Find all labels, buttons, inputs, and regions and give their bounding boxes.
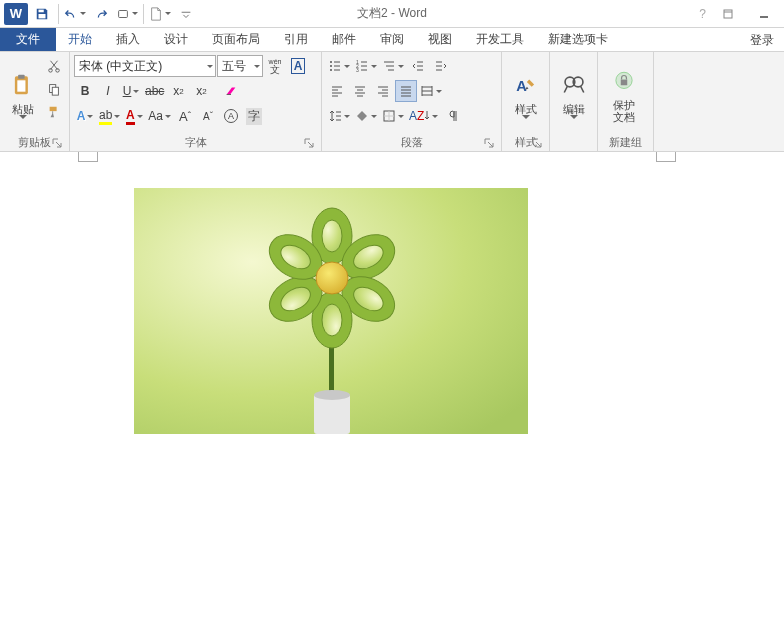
format-painter-button[interactable] — [43, 101, 65, 123]
font-color-button[interactable]: A — [123, 105, 145, 127]
underline-button[interactable]: U — [120, 80, 142, 102]
group-styles: A 样式 样式 — [502, 52, 550, 151]
change-case-button[interactable]: Aa — [146, 105, 173, 127]
svg-point-13 — [330, 65, 332, 67]
svg-rect-10 — [52, 87, 58, 95]
styles-button[interactable]: A 样式 — [506, 55, 545, 135]
show-marks-button[interactable] — [441, 105, 463, 127]
ribbon-display-button[interactable] — [714, 4, 742, 24]
char-shading-button[interactable]: 字 — [243, 105, 265, 127]
tab-home[interactable]: 开始 — [56, 28, 104, 51]
svg-point-35 — [322, 304, 342, 336]
tab-insert[interactable]: 插入 — [104, 28, 152, 51]
distributed-button[interactable] — [418, 80, 444, 102]
svg-rect-2 — [119, 10, 128, 17]
bold-button[interactable]: B — [74, 80, 96, 102]
svg-text:A: A — [516, 78, 527, 94]
subscript-button[interactable]: x2 — [167, 80, 189, 102]
svg-rect-6 — [17, 80, 25, 91]
shrink-font-button[interactable]: Aˇ — [197, 105, 219, 127]
svg-point-40 — [316, 262, 348, 294]
clipboard-dialog-launcher[interactable] — [51, 138, 63, 150]
group-font: 宋体 (中文正文) 五号 wén文 A B I U abc x2 x2 A — [70, 52, 322, 151]
decrease-indent-button[interactable] — [407, 55, 429, 77]
group-newgroup: 保护 文档 新建组 — [598, 52, 654, 151]
shading-button[interactable] — [353, 105, 379, 127]
tab-mailings[interactable]: 邮件 — [320, 28, 368, 51]
enclose-char-button[interactable]: A — [220, 105, 242, 127]
tab-file[interactable]: 文件 — [0, 28, 56, 51]
svg-point-14 — [330, 69, 332, 71]
protect-document-button[interactable]: 保护 文档 — [602, 55, 646, 135]
copy-button[interactable] — [43, 78, 65, 100]
grow-font-button[interactable]: Aˆ — [174, 105, 196, 127]
svg-text:3: 3 — [356, 67, 359, 73]
group-clipboard: 粘贴 剪贴板 — [0, 52, 70, 151]
tab-references[interactable]: 引用 — [272, 28, 320, 51]
ruler-right-marker — [656, 152, 676, 162]
editing-button[interactable]: 编辑 — [554, 55, 593, 135]
redo-button[interactable] — [89, 2, 113, 26]
italic-button[interactable]: I — [97, 80, 119, 102]
tab-layout[interactable]: 页面布局 — [200, 28, 272, 51]
text-effects-button[interactable]: A — [74, 105, 96, 127]
help-icon[interactable]: ? — [699, 7, 706, 21]
phonetic-guide-button[interactable]: wén文 — [264, 55, 286, 77]
undo-button[interactable] — [63, 2, 87, 26]
tab-view[interactable]: 视图 — [416, 28, 464, 51]
align-justify-button[interactable] — [395, 80, 417, 102]
tab-developer[interactable]: 开发工具 — [464, 28, 536, 51]
paste-button[interactable]: 粘贴 — [4, 55, 41, 135]
styles-dialog-launcher[interactable] — [531, 138, 543, 150]
align-center-button[interactable] — [349, 80, 371, 102]
line-spacing-button[interactable] — [326, 105, 352, 127]
title-bar: W 文档2 - Word ? — [0, 0, 784, 28]
font-family-combo[interactable]: 宋体 (中文正文) — [74, 55, 216, 77]
increase-indent-button[interactable] — [430, 55, 452, 77]
svg-rect-23 — [621, 79, 628, 85]
superscript-button[interactable]: x2 — [190, 80, 212, 102]
ribbon-tabs: 文件 开始 插入 设计 页面布局 引用 邮件 审阅 视图 开发工具 新建选项卡 … — [0, 28, 784, 52]
char-border-button[interactable]: A — [287, 55, 309, 77]
document-page[interactable] — [6, 168, 776, 608]
font-dialog-launcher[interactable] — [303, 138, 315, 150]
quick-access-toolbar: W — [0, 2, 198, 26]
word-app-icon: W — [4, 3, 28, 25]
cut-button[interactable] — [43, 55, 65, 77]
ruler-left-marker — [78, 152, 98, 162]
svg-point-27 — [314, 390, 350, 400]
paragraph-dialog-launcher[interactable] — [483, 138, 495, 150]
align-left-button[interactable] — [326, 80, 348, 102]
group-editing: 编辑 — [550, 52, 598, 151]
group-paragraph: 123 AZ — [322, 52, 502, 151]
svg-point-12 — [330, 61, 332, 63]
multilevel-list-button[interactable] — [380, 55, 406, 77]
minimize-button[interactable] — [750, 4, 778, 24]
svg-rect-5 — [18, 75, 25, 79]
new-doc-button[interactable] — [148, 2, 172, 26]
login-link[interactable]: 登录 — [750, 32, 774, 49]
align-right-button[interactable] — [372, 80, 394, 102]
inserted-image-flower[interactable] — [134, 188, 528, 434]
ribbon: 粘贴 剪贴板 宋体 (中文正文) 五号 wén文 A — [0, 52, 784, 152]
tab-newtab[interactable]: 新建选项卡 — [536, 28, 620, 51]
svg-rect-11 — [50, 107, 57, 111]
window-title: 文档2 - Word — [357, 5, 427, 22]
window-controls: ? — [699, 4, 778, 24]
tab-design[interactable]: 设计 — [152, 28, 200, 51]
borders-button[interactable] — [380, 105, 406, 127]
sort-button[interactable]: AZ — [407, 105, 440, 127]
numbering-button[interactable]: 123 — [353, 55, 379, 77]
highlight-button[interactable]: ab — [97, 105, 122, 127]
document-area — [0, 152, 784, 619]
tab-review[interactable]: 审阅 — [368, 28, 416, 51]
font-size-combo[interactable]: 五号 — [217, 55, 263, 77]
svg-rect-1 — [39, 14, 46, 18]
save-button[interactable] — [30, 2, 54, 26]
strikethrough-button[interactable]: abc — [143, 80, 166, 102]
bullets-button[interactable] — [326, 55, 352, 77]
touch-mode-button[interactable] — [115, 2, 139, 26]
clear-formatting-button[interactable] — [220, 80, 242, 102]
svg-rect-3 — [724, 10, 732, 18]
qat-customize-button[interactable] — [174, 2, 198, 26]
